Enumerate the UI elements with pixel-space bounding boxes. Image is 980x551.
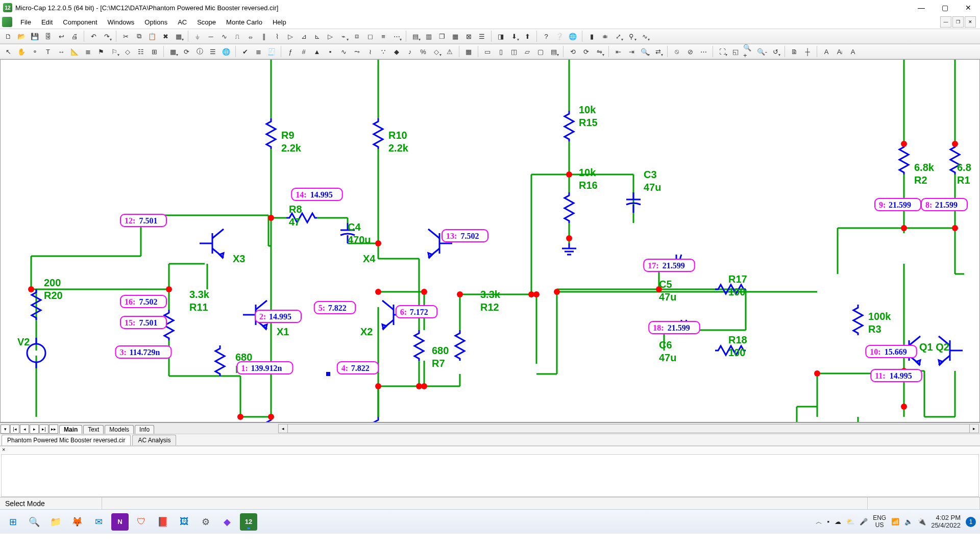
file-tab-1[interactable]: AC Analysis (132, 435, 176, 445)
tray-cloud-icon[interactable]: ⛅ (846, 518, 854, 525)
bom-icon[interactable]: 🧾 (265, 45, 278, 58)
tray-wifi-icon[interactable]: 📶 (891, 518, 899, 525)
pulse-source-icon[interactable]: ⎍ (231, 30, 243, 42)
horizontal-scrollbar[interactable]: ◂ ▸ (278, 424, 979, 433)
replace-icon[interactable]: ⇄ (652, 45, 664, 58)
noise-icon[interactable]: ∵ (377, 45, 389, 58)
highlight-icon[interactable]: ▲ (311, 45, 323, 58)
output-pane[interactable] (1, 454, 979, 497)
tile-h-icon[interactable]: ▤ (409, 30, 422, 42)
chart-bar-icon[interactable]: ▮ (585, 30, 598, 42)
distortion-icon[interactable]: % (417, 45, 429, 58)
warning-icon[interactable]: ⚠ (444, 45, 456, 58)
hscroll-left-button[interactable]: ◂ (279, 424, 288, 433)
align-l-icon[interactable]: ⇤ (612, 45, 624, 58)
mdi-minimize-button[interactable]: — (940, 16, 951, 28)
sweep-icon[interactable]: ⤳ (351, 45, 363, 58)
mdi-close-button[interactable]: ✕ (965, 16, 976, 28)
task-firefox-icon[interactable]: 🦊 (68, 513, 86, 531)
chart-line-icon[interactable]: ⩨ (599, 30, 611, 42)
resistor-icon[interactable]: ⏛ (244, 30, 257, 42)
menu-ac[interactable]: AC (173, 17, 192, 28)
window2-icon[interactable]: ▯ (495, 45, 507, 58)
sheet-tab-text[interactable]: Text (83, 425, 104, 434)
menu-options[interactable]: Options (139, 17, 173, 28)
refresh-icon[interactable]: ⟳ (180, 45, 192, 58)
menu-scope[interactable]: Scope (192, 17, 221, 28)
find-icon[interactable]: 🔍 (639, 45, 651, 58)
diode-icon[interactable]: ▷ (284, 30, 297, 42)
undo-icon[interactable]: ↶ (87, 30, 100, 42)
tray-weather-icon[interactable]: ☁ (835, 518, 841, 525)
more-icon[interactable]: ⋯ (697, 45, 709, 58)
tag-node-icon[interactable]: # (298, 45, 310, 58)
properties-icon[interactable]: ☰ (207, 45, 219, 58)
cascade-icon[interactable]: ❐ (436, 30, 448, 42)
sheet-nav-next-button[interactable]: ▸| (39, 424, 48, 434)
task-start-icon[interactable]: ⊞ (4, 513, 21, 531)
tray-volume-icon[interactable]: 🔈 (904, 518, 913, 525)
flip-h-icon[interactable]: ⇋ (593, 45, 605, 58)
wire-mode-icon[interactable]: ─ (205, 30, 217, 42)
help-icon[interactable]: ? (540, 30, 552, 42)
window1-icon[interactable]: ▭ (481, 45, 494, 58)
rotate-cw-icon[interactable]: ⟳ (580, 45, 592, 58)
context-help-icon[interactable]: ❔ (553, 30, 566, 42)
task-settings-icon[interactable]: ⚙ (197, 513, 214, 531)
tray-battery-icon[interactable]: 🔌 (918, 518, 926, 525)
trace-icon[interactable]: ∿ (337, 45, 350, 58)
net-icon[interactable]: ☷ (135, 45, 147, 58)
evaluate-icon[interactable]: ƒ (284, 45, 297, 58)
view-grid-icon[interactable]: ┼ (801, 45, 814, 58)
npn-icon[interactable]: ⊿ (298, 30, 310, 42)
font-a-icon[interactable]: A (820, 45, 832, 58)
save-icon[interactable]: 💾 (29, 30, 41, 42)
color-icon[interactable]: ▪ (324, 45, 336, 58)
export-icon[interactable]: ⬆ (521, 30, 533, 42)
minimize-button[interactable]: — (910, 0, 933, 15)
switch-icon[interactable]: ⌁ (337, 30, 350, 42)
page-icon[interactable]: 🗎 (788, 45, 800, 58)
measure-icon[interactable]: ↔ (55, 45, 67, 58)
tray-notifications[interactable]: 1 (966, 517, 976, 527)
capacitor-icon[interactable]: ‖ (258, 30, 270, 42)
rotate-ccw-icon[interactable]: ⟲ (567, 45, 579, 58)
task-explorer-icon[interactable]: 📁 (47, 513, 64, 531)
layout-icon[interactable]: ▤ (548, 45, 560, 58)
sine-source-icon[interactable]: ∿ (218, 30, 230, 42)
sheet-tab-main[interactable]: Main (59, 425, 82, 434)
tray-clock[interactable]: 4:02 PM25/4/2022 (931, 514, 961, 529)
font-a2-icon[interactable]: Aᵢ (834, 45, 846, 58)
tile-v-icon[interactable]: ▥ (423, 30, 435, 42)
sheet-nav-fwd-button[interactable]: ▸ (30, 424, 39, 434)
zoom-prev-icon[interactable]: ↺ (769, 45, 781, 58)
schematic-canvas[interactable]: R92.2kR102.2kR847C4470uX3X43.3kR113.3kR1… (0, 59, 980, 422)
port-icon[interactable]: ◻ (364, 30, 376, 42)
tray-chevron-up-icon[interactable]: ︿ (816, 517, 822, 527)
save-all-icon[interactable]: 🗄 (42, 30, 54, 42)
redo-icon[interactable]: ↷ (101, 30, 113, 42)
opamp-icon[interactable]: ▷ (324, 30, 336, 42)
transformer-icon[interactable]: ⧈ (351, 30, 363, 42)
shape-icon[interactable]: ◇ (121, 45, 134, 58)
fft-icon[interactable]: ∿ (639, 30, 651, 42)
task-brave-icon[interactable]: 🛡 (133, 513, 150, 531)
tray-cpu-icon[interactable]: ▪ (827, 518, 830, 525)
task-obsidian-icon[interactable]: ◆ (218, 513, 236, 531)
inductor-icon[interactable]: ⌇ (271, 30, 283, 42)
sheet-nav-back-button[interactable]: ◂ (20, 424, 29, 434)
harmonic-icon[interactable]: ♪ (404, 45, 416, 58)
task-search-icon[interactable]: 🔍 (26, 513, 43, 531)
sheet-nav-prev-button[interactable]: |◂ (10, 424, 19, 434)
text-icon[interactable]: T (42, 45, 54, 58)
menu-monte-carlo[interactable]: Monte Carlo (221, 17, 267, 28)
panel-icon[interactable]: ▱ (521, 45, 533, 58)
grid-toggle-icon[interactable]: ▦ (462, 45, 475, 58)
hscroll-right-button[interactable]: ▸ (969, 424, 978, 433)
3d-icon[interactable]: ◨ (495, 30, 507, 42)
select-all-icon[interactable]: ▦ (173, 30, 185, 42)
zoom-region-icon[interactable]: ⚬ (29, 45, 41, 58)
check-icon[interactable]: ✔ (239, 45, 251, 58)
flag2-icon[interactable]: ⚐ (108, 45, 120, 58)
window3-icon[interactable]: ◫ (508, 45, 520, 58)
